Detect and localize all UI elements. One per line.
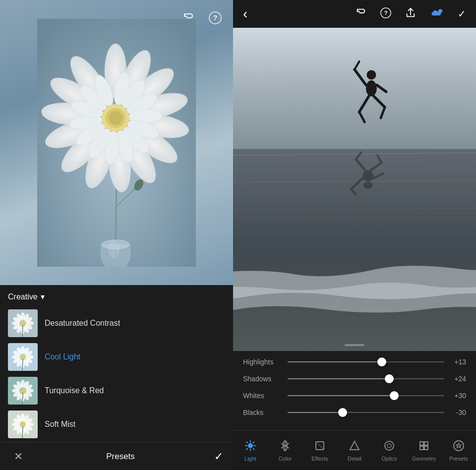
share-button[interactable] <box>403 5 418 23</box>
photo-controls: ? <box>179 9 224 27</box>
tab-label: Detail <box>348 456 361 462</box>
svg-point-6 <box>108 240 120 258</box>
slider-thumb[interactable] <box>338 408 347 417</box>
effects-icon <box>314 440 326 454</box>
svg-rect-164 <box>420 446 423 450</box>
geometry-icon <box>418 440 430 454</box>
category-label: Creative <box>8 293 38 301</box>
svg-text:?: ? <box>213 14 218 22</box>
tab-label: Effects <box>311 456 328 462</box>
preset-item[interactable]: Soft Mist <box>0 408 233 441</box>
svg-point-127 <box>366 70 376 80</box>
svg-point-53 <box>20 321 25 326</box>
svg-point-161 <box>387 444 391 448</box>
svg-point-98 <box>20 422 25 427</box>
svg-point-144 <box>248 443 253 448</box>
svg-line-99 <box>22 426 23 438</box>
preset-name: Cool Light <box>45 352 80 361</box>
top-bar: ‹ ? <box>233 0 476 28</box>
slider-thumb[interactable] <box>385 374 394 383</box>
preset-name: Soft Mist <box>45 420 75 429</box>
svg-rect-162 <box>420 442 423 445</box>
slider-track[interactable] <box>288 408 444 417</box>
preset-name: Turquoise & Red <box>45 386 104 395</box>
preset-item[interactable]: Desaturated Contrast <box>0 306 233 340</box>
slider-label: Highlights <box>243 358 283 366</box>
presets-category-header[interactable]: Creative ▾ <box>0 285 233 306</box>
slider-thumb[interactable] <box>377 357 386 366</box>
svg-rect-119 <box>233 149 476 352</box>
slider-label: Shadows <box>243 375 283 383</box>
tab-label: Optics <box>381 456 397 462</box>
chevron-down-icon: ▾ <box>41 292 45 301</box>
svg-rect-165 <box>424 446 428 450</box>
svg-point-83 <box>20 388 25 393</box>
svg-point-136 <box>363 182 373 188</box>
left-panel: ? Creative ▾ Desaturated Contrast Cool L… <box>0 0 233 470</box>
svg-line-151 <box>253 442 254 443</box>
svg-rect-163 <box>424 442 428 445</box>
slider-thumb[interactable] <box>390 391 399 400</box>
slider-value: +13 <box>449 358 466 366</box>
slider-row: Whites+30 <box>243 391 466 401</box>
detail-icon <box>349 440 360 454</box>
top-help-button[interactable]: ? <box>378 5 393 23</box>
right-panel: ‹ ? <box>233 0 476 470</box>
slider-value: +24 <box>449 375 466 383</box>
slider-value: -30 <box>449 409 466 416</box>
slider-label: Blacks <box>243 409 283 416</box>
presets-title: Presets <box>106 452 135 462</box>
light-icon <box>244 440 256 454</box>
preset-name: Desaturated Contrast <box>45 319 120 328</box>
svg-point-126 <box>366 80 377 97</box>
slider-track[interactable] <box>288 391 444 401</box>
svg-rect-118 <box>233 28 476 163</box>
slider-track[interactable] <box>288 374 444 384</box>
slider-value: +30 <box>449 392 466 400</box>
preset-item[interactable]: Cool Light <box>0 340 233 374</box>
photo-preview-left: ? <box>0 0 233 285</box>
color-icon <box>279 440 291 454</box>
confirm-button[interactable]: ✓ <box>214 450 223 463</box>
svg-point-68 <box>20 354 25 359</box>
tab-label: Geometry <box>412 456 436 462</box>
svg-marker-159 <box>350 441 359 450</box>
presets-list: Desaturated Contrast Cool Light Turquois… <box>0 306 233 442</box>
done-button[interactable]: ✓ <box>456 6 468 22</box>
optics-icon <box>383 440 395 454</box>
tab-optics[interactable]: Optics <box>372 437 407 465</box>
svg-line-149 <box>246 442 247 443</box>
svg-point-135 <box>362 170 373 181</box>
back-button[interactable]: ‹ <box>241 4 249 24</box>
tab-presets[interactable]: Presets <box>441 437 476 465</box>
svg-point-117 <box>438 9 443 13</box>
preset-thumbnail <box>8 377 38 405</box>
svg-text:?: ? <box>384 9 387 16</box>
svg-line-150 <box>253 448 254 449</box>
flower-image <box>0 0 233 285</box>
preset-thumbnail <box>8 343 38 371</box>
svg-line-84 <box>22 393 23 405</box>
bottom-tabs: LightColorEffectsDetailOpticsGeometryPre… <box>233 430 476 470</box>
close-button[interactable]: ✕ <box>10 446 27 467</box>
tab-label: Presets <box>449 456 468 462</box>
tab-color[interactable]: Color <box>268 437 302 465</box>
presets-section: Creative ▾ Desaturated Contrast Cool Lig… <box>0 285 233 470</box>
help-button[interactable]: ? <box>206 9 224 27</box>
slider-track[interactable] <box>288 357 444 367</box>
tab-geometry[interactable]: Geometry <box>407 437 441 465</box>
tab-light[interactable]: Light <box>233 437 268 465</box>
slider-row: Shadows+24 <box>243 374 466 384</box>
preset-item[interactable]: Turquoise & Red <box>0 374 233 408</box>
scroll-indicator <box>345 344 364 346</box>
tab-effects[interactable]: Effects <box>302 437 337 465</box>
presets-bottom-bar: ✕ Presets ✓ <box>0 442 233 470</box>
photo-preview-right <box>233 28 476 351</box>
slider-row: Blacks-30 <box>243 408 466 417</box>
svg-line-152 <box>246 448 247 449</box>
preset-thumbnail <box>8 411 38 438</box>
top-undo-button[interactable] <box>354 5 368 23</box>
undo-button[interactable] <box>179 9 197 27</box>
tab-detail[interactable]: Detail <box>337 437 372 465</box>
svg-line-69 <box>22 359 23 371</box>
